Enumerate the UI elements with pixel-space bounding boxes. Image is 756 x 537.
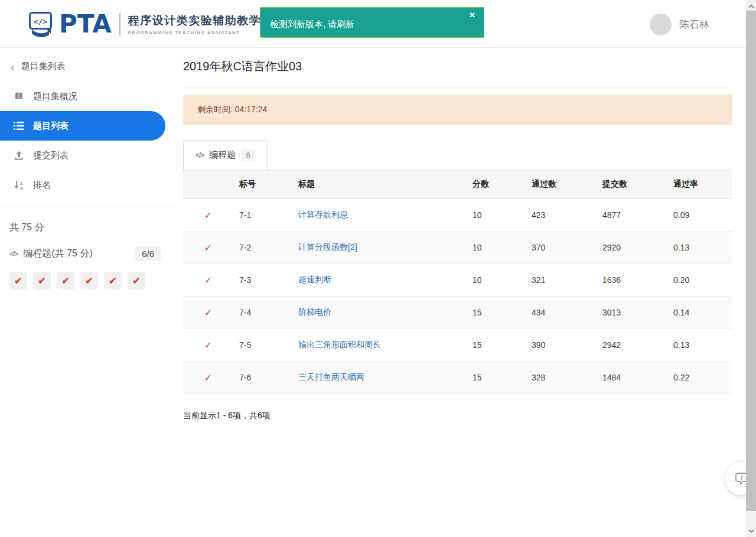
problem-submit-count: 1484 <box>602 373 621 382</box>
solved-check-icon: ✓ <box>204 210 212 220</box>
sidebar-item-label: 排名 <box>33 180 51 191</box>
table-row: ✓7-1计算存款利息1042348770.09 <box>183 199 732 232</box>
problem-pass-rate: 0.20 <box>673 275 689 285</box>
svg-text:9: 9 <box>20 185 23 190</box>
scrollbar-thumb[interactable] <box>746 11 756 511</box>
table-row: ✓7-3超速判断1032116360.20 <box>183 264 732 297</box>
solved-check-icon: ✓ <box>204 340 212 350</box>
sort-numeric-icon: 1 9 <box>13 180 25 190</box>
scroll-up-button[interactable] <box>746 1 756 11</box>
problem-pass-rate: 0.09 <box>673 210 689 220</box>
sidebar-item-overview[interactable]: 题目集概况 <box>0 82 177 111</box>
code-icon: </> <box>9 250 18 258</box>
problem-score: 10 <box>472 210 482 220</box>
solved-check-chip: ✔ <box>9 272 27 289</box>
table-body: ✓7-1计算存款利息1042348770.09✓7-2计算分段函数[2]1037… <box>183 199 732 394</box>
problem-submit-count: 2920 <box>602 243 621 252</box>
column-header: 分数 <box>467 179 526 190</box>
pta-logo[interactable]: </> PTA 程序设计类实验辅助教学平台 PROGRAMMING TEACHI… <box>28 9 285 39</box>
problem-pass-count: 321 <box>532 275 545 285</box>
column-header: 通过率 <box>667 179 732 190</box>
close-icon[interactable]: ✕ <box>469 11 475 19</box>
column-header: 标题 <box>292 179 467 190</box>
user-avatar[interactable] <box>650 14 672 35</box>
problem-pass-count: 423 <box>532 210 545 220</box>
code-icon: </> <box>195 151 204 160</box>
problem-id: 7-6 <box>239 373 251 382</box>
update-notification: 检测到新版本, 请刷新 ✕ <box>260 7 484 38</box>
title-divider <box>183 87 732 87</box>
problem-link[interactable]: 超速判断 <box>298 275 331 284</box>
table-row: ✓7-2计算分段函数[2]1037029200.13 <box>183 232 732 264</box>
problem-link[interactable]: 计算存款利息 <box>298 210 348 219</box>
time-remaining-text: 剩余时间: 04:17:24 <box>197 105 267 115</box>
upload-icon <box>13 151 25 161</box>
solved-check-chip: ✔ <box>57 272 74 289</box>
problem-score: 15 <box>472 308 482 317</box>
problem-id: 7-5 <box>239 340 251 350</box>
problem-pass-count: 328 <box>532 373 545 382</box>
user-name[interactable]: 陈石林 <box>679 18 709 31</box>
problem-pass-count: 434 <box>532 308 545 317</box>
problem-score: 10 <box>472 243 482 252</box>
problem-link[interactable]: 三天打鱼两天晒网 <box>298 372 364 382</box>
column-header: 标号 <box>233 179 292 190</box>
problem-id: 7-3 <box>239 275 251 285</box>
back-to-problem-sets-link[interactable]: ‹ 题目集列表 <box>0 48 177 82</box>
main-content: 2019年秋C语言作业03 剩余时间: 04:17:24 </> 编程题 6 标… <box>183 48 732 421</box>
problem-score: 10 <box>472 275 482 285</box>
solved-check-chip: ✔ <box>104 272 122 289</box>
problem-score: 15 <box>472 373 482 382</box>
logo-separator <box>119 13 120 35</box>
notification-text: 检测到新版本, 请刷新 <box>270 19 354 30</box>
vertical-scrollbar <box>746 0 756 537</box>
page-title: 2019年秋C语言作业03 <box>183 48 732 74</box>
solved-check-chip: ✔ <box>33 272 51 289</box>
problem-id: 7-1 <box>239 210 251 220</box>
total-score-label: 共 75 分 <box>9 222 168 234</box>
table-row: ✓7-5输出三角形面积和周长1539029420.13 <box>183 329 732 362</box>
problem-link[interactable]: 输出三角形面积和周长 <box>298 340 381 349</box>
problem-pass-rate: 0.22 <box>673 373 689 382</box>
problems-table: 标号标题分数通过数提交数通过率 ✓7-1计算存款利息1042348770.09✓… <box>183 170 732 394</box>
problem-pass-rate: 0.13 <box>673 340 689 350</box>
problem-id: 7-2 <box>239 243 251 252</box>
tab-count-badge: 6 <box>241 149 255 161</box>
section-score-label: 编程题(共 75 分) <box>23 248 92 260</box>
time-remaining-alert: 剩余时间: 04:17:24 <box>183 95 732 125</box>
sidebar-item-problem-list[interactable]: 题目列表 <box>0 111 165 141</box>
book-icon <box>13 92 25 101</box>
problem-link[interactable]: 计算分段函数[2] <box>298 242 357 252</box>
problem-pass-rate: 0.13 <box>673 243 689 252</box>
svg-text:1: 1 <box>20 180 23 185</box>
sidebar: ‹ 题目集列表 题目集概况 题目列表 <box>0 48 177 537</box>
solved-check-chip: ✔ <box>128 272 145 289</box>
pagination-summary: 当前显示1 - 6项，共6项 <box>183 411 732 421</box>
column-header: 通过数 <box>526 179 597 190</box>
svg-text:</>: </> <box>34 17 48 26</box>
scroll-down-button[interactable] <box>746 526 756 536</box>
sidebar-item-submissions[interactable]: 提交列表 <box>0 141 177 170</box>
sidebar-item-ranking[interactable]: 1 9 排名 <box>0 170 177 200</box>
problem-submit-count: 4877 <box>602 210 621 220</box>
chevron-up-icon <box>748 5 754 8</box>
table-header-row: 标号标题分数通过数提交数通过率 <box>183 170 732 199</box>
column-header: 提交数 <box>597 179 667 190</box>
solved-check-icon: ✓ <box>204 243 212 253</box>
progress-badge: 6/6 <box>135 246 161 261</box>
score-summary: 共 75 分 </> 编程题(共 75 分) 6/6 ✔✔✔✔✔✔ <box>0 207 177 289</box>
problem-pass-count: 390 <box>532 340 545 350</box>
list-icon <box>13 122 25 130</box>
sidebar-item-label: 题目集概况 <box>33 91 77 102</box>
table-row: ✓7-4阶梯电价1543430130.14 <box>183 297 732 329</box>
solved-check-icon: ✓ <box>204 308 212 318</box>
problem-submit-count: 2942 <box>602 340 621 350</box>
problem-submit-count: 3013 <box>602 308 621 317</box>
problem-pass-rate: 0.14 <box>673 308 689 317</box>
sidebar-item-label: 提交列表 <box>33 150 69 161</box>
tab-programming-problems[interactable]: </> 编程题 6 <box>183 140 268 170</box>
problem-pass-count: 370 <box>532 243 545 252</box>
problem-submit-count: 1636 <box>602 275 621 285</box>
problem-link[interactable]: 阶梯电价 <box>298 307 331 317</box>
tab-bar: </> 编程题 6 <box>183 140 732 170</box>
